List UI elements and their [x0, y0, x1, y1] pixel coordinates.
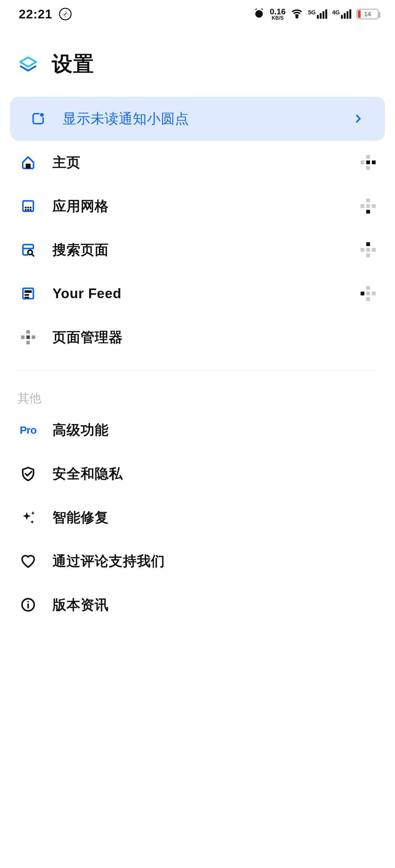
- dnd-icon: [59, 8, 72, 20]
- section-header-other: 其他: [0, 377, 395, 408]
- grid-icon: [18, 195, 39, 217]
- notification-dot-icon: [28, 108, 49, 129]
- svg-point-1: [296, 16, 298, 18]
- status-bar: 22:21 0.16 KB/S 5G 4G 14: [0, 0, 395, 28]
- row-page-manager[interactable]: 页面管理器: [0, 315, 395, 359]
- status-left: 22:21: [19, 7, 72, 21]
- row-security-label: 安全和隐私: [53, 465, 377, 483]
- svg-rect-14: [25, 297, 29, 298]
- svg-rect-9: [30, 209, 31, 211]
- signal-2: 4G: [332, 9, 351, 19]
- row-your-feed-label: Your Feed: [53, 286, 345, 301]
- row-home-label: 主页: [53, 153, 345, 172]
- row-home[interactable]: 主页: [0, 141, 395, 184]
- search-page-icon: [18, 239, 39, 260]
- wifi-icon: [291, 7, 303, 21]
- svg-point-2: [40, 113, 44, 117]
- svg-rect-8: [27, 209, 29, 211]
- shield-icon: [18, 463, 39, 484]
- feed-icon: [18, 283, 39, 304]
- row-support-label: 通过评论支持我们: [53, 552, 377, 570]
- row-pro[interactable]: Pro 高级功能: [0, 408, 395, 452]
- network-speed: 0.16 KB/S: [270, 7, 286, 21]
- row-search-page-label: 搜索页面: [53, 241, 345, 259]
- svg-rect-5: [27, 207, 29, 208]
- page-header: 设置: [0, 28, 395, 92]
- status-clock: 22:21: [19, 7, 52, 21]
- row-version-info-label: 版本资讯: [53, 596, 377, 614]
- svg-rect-12: [25, 290, 32, 293]
- alarm-icon: [253, 8, 265, 20]
- drag-handle-icon[interactable]: [359, 284, 377, 303]
- svg-rect-4: [25, 207, 27, 208]
- sparkle-icon: [18, 507, 39, 528]
- row-app-grid-label: 应用网格: [53, 197, 345, 215]
- chevron-right-icon: [349, 109, 367, 128]
- svg-rect-6: [30, 207, 31, 208]
- row-search-page[interactable]: 搜索页面: [0, 228, 395, 272]
- row-page-manager-label: 页面管理器: [53, 328, 345, 347]
- signal-1: 5G: [308, 9, 327, 19]
- app-logo-icon: [18, 53, 39, 74]
- row-app-grid[interactable]: 应用网格: [0, 184, 395, 228]
- section-divider: [18, 370, 377, 371]
- banner-label: 显示未读通知小圆点: [62, 110, 335, 128]
- info-icon: [18, 594, 39, 615]
- row-your-feed[interactable]: Your Feed: [0, 272, 395, 315]
- notification-dot-banner[interactable]: 显示未读通知小圆点: [10, 97, 385, 141]
- battery-indicator: 14: [356, 9, 379, 19]
- drag-handle-icon[interactable]: [359, 197, 377, 215]
- row-smart-fix[interactable]: 智能修复: [0, 496, 395, 539]
- row-version-info[interactable]: 版本资讯: [0, 583, 395, 627]
- svg-point-17: [28, 601, 29, 602]
- svg-rect-7: [25, 209, 27, 211]
- page-title: 设置: [52, 50, 94, 78]
- settings-list: 显示未读通知小圆点 主页 应用网格: [0, 97, 395, 627]
- status-right: 0.16 KB/S 5G 4G 14: [253, 7, 379, 21]
- row-support[interactable]: 通过评论支持我们: [0, 539, 395, 583]
- row-pro-label: 高级功能: [53, 421, 377, 439]
- drag-handle-icon[interactable]: [359, 240, 377, 259]
- home-icon: [18, 152, 39, 173]
- heart-icon: [18, 551, 39, 572]
- row-smart-fix-label: 智能修复: [53, 508, 377, 527]
- page-manager-icon: [18, 327, 39, 348]
- pro-icon: Pro: [18, 419, 39, 440]
- drag-handle-icon[interactable]: [359, 153, 377, 172]
- row-security[interactable]: 安全和隐私: [0, 452, 395, 496]
- svg-rect-13: [25, 294, 29, 296]
- svg-point-0: [255, 10, 263, 18]
